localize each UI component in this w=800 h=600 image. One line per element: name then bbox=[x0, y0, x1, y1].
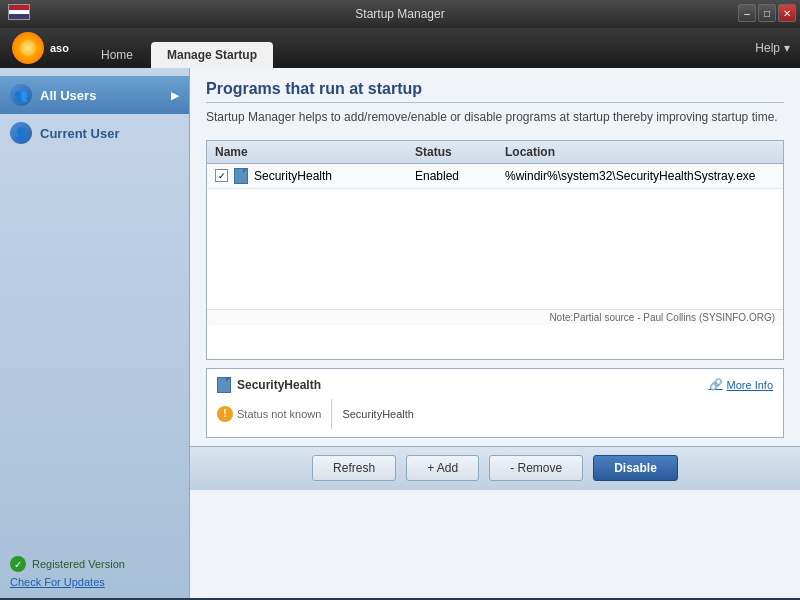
nav-logo: aso bbox=[0, 28, 81, 68]
title-bar: Startup Manager – □ ✕ bbox=[0, 0, 800, 28]
help-menu[interactable]: Help ▾ bbox=[755, 28, 800, 68]
all-users-icon: 👥 bbox=[10, 84, 32, 106]
registered-icon: ✓ bbox=[10, 556, 26, 572]
info-title: SecurityHealth bbox=[217, 377, 321, 393]
current-user-icon: 👤 bbox=[10, 122, 32, 144]
table-note: Note:Partial source - Paul Collins (SYSI… bbox=[207, 309, 783, 325]
startup-table: Name Status Location ✓ SecurityHealth En… bbox=[206, 140, 784, 360]
remove-button[interactable]: - Remove bbox=[489, 455, 583, 481]
row-checkbox[interactable]: ✓ bbox=[215, 169, 228, 182]
disable-button[interactable]: Disable bbox=[593, 455, 678, 481]
row-name-cell: ✓ SecurityHealth bbox=[215, 168, 415, 184]
sidebar-bottom: ✓ Registered Version Check For Updates bbox=[0, 546, 189, 598]
check-updates-link[interactable]: Check For Updates bbox=[10, 576, 179, 588]
info-status-text: Status not known bbox=[237, 408, 321, 420]
add-button[interactable]: + Add bbox=[406, 455, 479, 481]
row-name-text: SecurityHealth bbox=[254, 169, 332, 183]
info-globe-icon: 🔗 bbox=[709, 378, 723, 391]
bottom-toolbar: Refresh + Add - Remove Disable bbox=[190, 446, 800, 490]
info-content: ! Status not known SecurityHealth bbox=[217, 399, 773, 429]
col-location: Location bbox=[505, 145, 775, 159]
header-divider bbox=[206, 102, 784, 103]
main-layout: 👥 All Users ▶ 👤 Current User ✓ Registere… bbox=[0, 68, 800, 598]
minimize-button[interactable]: – bbox=[738, 4, 756, 22]
current-user-label: Current User bbox=[40, 126, 119, 141]
info-divider bbox=[331, 399, 332, 429]
page-title: Programs that run at startup bbox=[206, 80, 784, 98]
content-area: Programs that run at startup Startup Man… bbox=[190, 68, 800, 598]
sidebar-item-current-user[interactable]: 👤 Current User bbox=[0, 114, 189, 152]
more-info-label: More Info bbox=[727, 379, 773, 391]
file-icon bbox=[234, 168, 248, 184]
tab-home[interactable]: Home bbox=[85, 42, 149, 68]
col-name: Name bbox=[215, 145, 415, 159]
table-header: Name Status Location bbox=[207, 141, 783, 164]
flag-icon bbox=[8, 4, 30, 20]
col-status: Status bbox=[415, 145, 505, 159]
info-status: ! Status not known bbox=[217, 406, 321, 422]
table-empty-space bbox=[207, 189, 783, 309]
maximize-button[interactable]: □ bbox=[758, 4, 776, 22]
chevron-down-icon: ▾ bbox=[784, 41, 790, 55]
more-info-link[interactable]: 🔗 More Info bbox=[709, 378, 773, 391]
row-location-text: %windir%\system32\SecurityHealthSystray.… bbox=[505, 169, 775, 183]
help-label: Help bbox=[755, 41, 780, 55]
sidebar-item-all-users[interactable]: 👥 All Users ▶ bbox=[0, 76, 189, 114]
tab-manage-startup[interactable]: Manage Startup bbox=[151, 42, 273, 68]
info-panel: SecurityHealth 🔗 More Info ! Status not … bbox=[206, 368, 784, 438]
logo-image bbox=[12, 32, 44, 64]
all-users-label: All Users bbox=[40, 88, 96, 103]
chevron-right-icon: ▶ bbox=[171, 90, 179, 101]
nav-bar: aso Home Manage Startup Help ▾ bbox=[0, 28, 800, 68]
refresh-button[interactable]: Refresh bbox=[312, 455, 396, 481]
content-header: Programs that run at startup Startup Man… bbox=[190, 68, 800, 132]
window-controls: – □ ✕ bbox=[738, 4, 796, 22]
logo-text: aso bbox=[50, 42, 69, 54]
info-title-text: SecurityHealth bbox=[237, 378, 321, 392]
info-file-icon bbox=[217, 377, 231, 393]
close-button[interactable]: ✕ bbox=[778, 4, 796, 22]
info-panel-header: SecurityHealth 🔗 More Info bbox=[217, 377, 773, 393]
registered-version: ✓ Registered Version bbox=[10, 556, 179, 572]
row-status-text: Enabled bbox=[415, 169, 505, 183]
table-row[interactable]: ✓ SecurityHealth Enabled %windir%\system… bbox=[207, 164, 783, 189]
warning-icon: ! bbox=[217, 406, 233, 422]
content-description: Startup Manager helps to add/remove/enab… bbox=[206, 109, 784, 126]
nav-tabs: Home Manage Startup bbox=[81, 28, 273, 68]
info-name-value: SecurityHealth bbox=[342, 408, 414, 420]
registered-label: Registered Version bbox=[32, 558, 125, 570]
sidebar: 👥 All Users ▶ 👤 Current User ✓ Registere… bbox=[0, 68, 190, 598]
window-title: Startup Manager bbox=[355, 7, 444, 21]
